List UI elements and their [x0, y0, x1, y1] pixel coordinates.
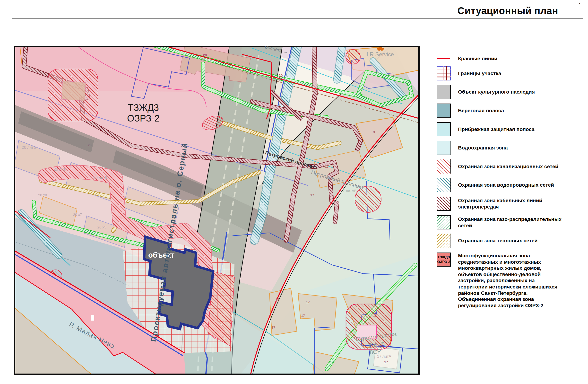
map-text-label: 17 — [275, 298, 279, 302]
heat-hatch-swatch — [437, 234, 451, 248]
legend-label: Охранная зона тепловых сетей — [458, 237, 584, 244]
map-text-label: 20 — [279, 73, 283, 78]
legend-item-watersupply-zone: Охранная зона водопроводных сетей — [437, 178, 587, 192]
legend-label: Прибрежная защитная полоса — [458, 126, 584, 132]
sewer-hatch-swatch — [437, 159, 451, 173]
map-text-label: 17 — [310, 193, 314, 197]
map-text-label: 20 литШ — [93, 175, 109, 180]
legend-item-water-protection: Водоохранная зона — [437, 141, 587, 155]
legend-item-parcel-borders: Границы участка — [437, 66, 587, 81]
map-text-label: 17 — [306, 300, 310, 304]
situational-map: ТЗЖД3ОЗРЗ-2объектПроектируемая автомагис… — [14, 46, 420, 375]
legend-label: Красные линии — [458, 55, 584, 62]
gas-hatch-swatch — [437, 215, 451, 229]
red-line-swatch — [437, 52, 451, 66]
map-text-label: 20 х5 — [97, 225, 106, 229]
map-text-label: 20 к1 — [277, 78, 286, 82]
map-text-label: 17 литАБ — [341, 189, 357, 193]
map-text-label: 17 литА — [377, 354, 391, 359]
shore-strip-swatch — [437, 104, 451, 118]
cable-hatch-swatch — [437, 197, 451, 211]
legend-label: Границы участка — [458, 70, 584, 77]
map-text-label: 20 — [276, 175, 279, 179]
map-text-label: 20 литГ — [54, 167, 67, 171]
legend-item-red-lines: Красные линии — [437, 52, 587, 66]
legend-label: Объект культурного наследия — [458, 89, 584, 95]
sewer-blob-topleft — [48, 69, 98, 121]
map-text-label: 20 х3 — [201, 58, 211, 62]
map-text-label: ТЗЖД3 — [128, 103, 159, 113]
map-text-label: 17 — [325, 165, 329, 169]
map-text-label: 9 — [373, 130, 375, 134]
map-text-label: 17 — [301, 314, 305, 318]
situational-plan-page: Ситуационный план ` — [0, 0, 588, 384]
legend-item-gas-zone: Охранная зона газо-распределительных сет… — [437, 215, 587, 229]
legend-item-multifunctional-zone: ТЗЖД3 ОЗРЗ-2 Многофункциональная зона ср… — [437, 253, 587, 308]
legend-item-shore-strip: Береговая полоса — [437, 104, 587, 118]
map-text-label: ОЗРЗ-2 — [127, 113, 160, 124]
page-title: Ситуационный план — [457, 5, 559, 16]
legend-label: Береговая полоса — [458, 107, 584, 114]
watersupply-hatch-swatch — [437, 178, 451, 192]
legend-label: Водоохранная зона — [458, 145, 584, 151]
tz-zone-swatch: ТЗЖД3 ОЗРЗ-2 — [437, 253, 451, 267]
legend-item-heritage: Объект культурного наследия — [437, 85, 587, 99]
map-text-label: 17 — [272, 325, 275, 329]
legend-label: Охранная зона канализационных сетей — [458, 163, 584, 170]
corner-tick-mark: ` — [579, 2, 581, 10]
map-text-label: 20 х7 — [73, 213, 82, 216]
map-text-label: 17 — [354, 336, 357, 340]
map-text-label: 20 литБ — [22, 145, 36, 149]
sewer-blob-small-top — [346, 50, 360, 64]
title-divider-line — [12, 19, 583, 19]
map-text-label: 20 х8 — [38, 193, 47, 197]
map-text-label: LR Service — [367, 51, 394, 58]
map-text-label: 17 — [373, 314, 377, 318]
river-marker — [91, 315, 94, 320]
map-text-label: 17 — [384, 360, 388, 364]
heritage-swatch — [437, 85, 451, 99]
map-canvas: ТЗЖД3ОЗРЗ-2объектПроектируемая автомагис… — [14, 46, 420, 375]
legend-item-heat-zone: Охранная зона тепловых сетей — [437, 234, 587, 248]
parcel-grid-swatch — [437, 66, 451, 81]
legend-label: Охранная зона газо-распределительных сет… — [458, 216, 584, 229]
map-text-label: 20 — [203, 53, 207, 57]
legend-item-coastal-strip: Прибрежная защитная полоса — [437, 122, 587, 136]
tz-swatch-line2: ОЗРЗ-2 — [437, 259, 450, 264]
legend-label: Охранная зона водопроводных сетей — [458, 182, 584, 188]
legend-item-sewer-zone: Охранная зона канализационных сетей — [437, 159, 587, 173]
legend-label: Охранная зона кабельных линий электропер… — [458, 197, 584, 210]
sewer-blob-right — [355, 186, 381, 213]
tz-swatch-line1: ТЗЖД3 — [438, 255, 450, 259]
legend-label: Многофункциональная зона среднеэтажных и… — [458, 253, 584, 308]
legend-item-cable-zone: Охранная зона кабельных линий электропер… — [437, 197, 587, 211]
coastal-strip-swatch — [437, 122, 451, 136]
map-text-label: 20 — [88, 143, 92, 147]
water-protection-swatch — [437, 141, 451, 155]
